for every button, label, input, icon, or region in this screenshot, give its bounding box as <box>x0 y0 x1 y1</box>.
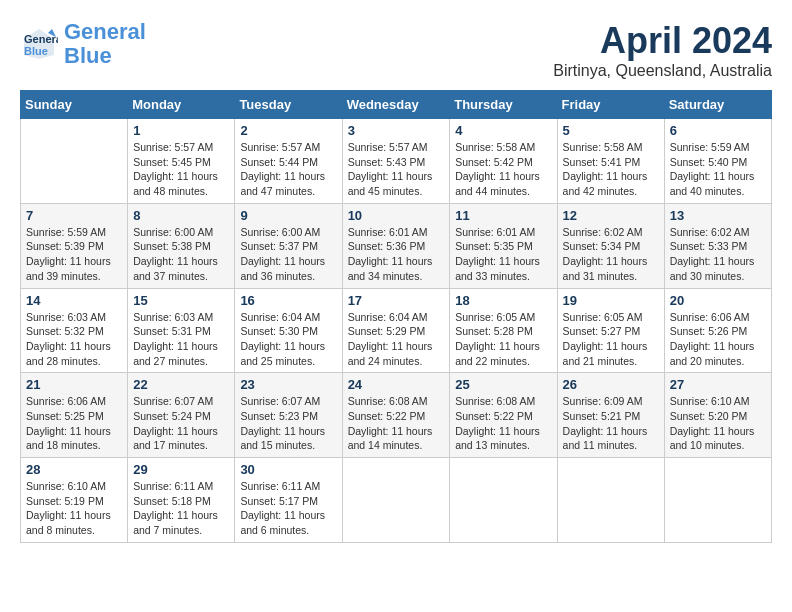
calendar-cell: 17Sunrise: 6:04 AM Sunset: 5:29 PM Dayli… <box>342 288 450 373</box>
logo-blue: Blue <box>64 43 112 68</box>
calendar-cell: 30Sunrise: 6:11 AM Sunset: 5:17 PM Dayli… <box>235 458 342 543</box>
day-number: 26 <box>563 377 659 392</box>
day-number: 17 <box>348 293 445 308</box>
logo-general: General <box>64 19 146 44</box>
calendar-cell: 20Sunrise: 6:06 AM Sunset: 5:26 PM Dayli… <box>664 288 771 373</box>
calendar-cell <box>664 458 771 543</box>
day-number: 13 <box>670 208 766 223</box>
calendar-cell: 4Sunrise: 5:58 AM Sunset: 5:42 PM Daylig… <box>450 119 557 204</box>
calendar-cell: 27Sunrise: 6:10 AM Sunset: 5:20 PM Dayli… <box>664 373 771 458</box>
day-details: Sunrise: 6:08 AM Sunset: 5:22 PM Dayligh… <box>348 394 445 453</box>
calendar-cell: 1Sunrise: 5:57 AM Sunset: 5:45 PM Daylig… <box>128 119 235 204</box>
day-number: 12 <box>563 208 659 223</box>
week-row-4: 21Sunrise: 6:06 AM Sunset: 5:25 PM Dayli… <box>21 373 772 458</box>
calendar-cell: 6Sunrise: 5:59 AM Sunset: 5:40 PM Daylig… <box>664 119 771 204</box>
weekday-header-wednesday: Wednesday <box>342 91 450 119</box>
day-number: 23 <box>240 377 336 392</box>
month-title: April 2024 <box>553 20 772 62</box>
calendar-cell <box>342 458 450 543</box>
day-details: Sunrise: 6:02 AM Sunset: 5:34 PM Dayligh… <box>563 225 659 284</box>
calendar-cell: 2Sunrise: 5:57 AM Sunset: 5:44 PM Daylig… <box>235 119 342 204</box>
day-number: 28 <box>26 462 122 477</box>
day-number: 15 <box>133 293 229 308</box>
day-details: Sunrise: 6:08 AM Sunset: 5:22 PM Dayligh… <box>455 394 551 453</box>
calendar-cell: 16Sunrise: 6:04 AM Sunset: 5:30 PM Dayli… <box>235 288 342 373</box>
day-details: Sunrise: 6:07 AM Sunset: 5:23 PM Dayligh… <box>240 394 336 453</box>
day-number: 2 <box>240 123 336 138</box>
day-details: Sunrise: 6:01 AM Sunset: 5:36 PM Dayligh… <box>348 225 445 284</box>
day-details: Sunrise: 6:03 AM Sunset: 5:31 PM Dayligh… <box>133 310 229 369</box>
day-details: Sunrise: 6:06 AM Sunset: 5:26 PM Dayligh… <box>670 310 766 369</box>
day-details: Sunrise: 6:05 AM Sunset: 5:28 PM Dayligh… <box>455 310 551 369</box>
day-details: Sunrise: 5:58 AM Sunset: 5:42 PM Dayligh… <box>455 140 551 199</box>
calendar-cell: 25Sunrise: 6:08 AM Sunset: 5:22 PM Dayli… <box>450 373 557 458</box>
calendar-cell: 9Sunrise: 6:00 AM Sunset: 5:37 PM Daylig… <box>235 203 342 288</box>
logo-icon: General Blue <box>20 25 58 63</box>
day-details: Sunrise: 6:04 AM Sunset: 5:29 PM Dayligh… <box>348 310 445 369</box>
week-row-3: 14Sunrise: 6:03 AM Sunset: 5:32 PM Dayli… <box>21 288 772 373</box>
day-details: Sunrise: 6:00 AM Sunset: 5:37 PM Dayligh… <box>240 225 336 284</box>
week-row-1: 1Sunrise: 5:57 AM Sunset: 5:45 PM Daylig… <box>21 119 772 204</box>
day-number: 29 <box>133 462 229 477</box>
day-number: 24 <box>348 377 445 392</box>
weekday-header-thursday: Thursday <box>450 91 557 119</box>
calendar-cell: 22Sunrise: 6:07 AM Sunset: 5:24 PM Dayli… <box>128 373 235 458</box>
day-details: Sunrise: 6:09 AM Sunset: 5:21 PM Dayligh… <box>563 394 659 453</box>
calendar-cell: 3Sunrise: 5:57 AM Sunset: 5:43 PM Daylig… <box>342 119 450 204</box>
day-details: Sunrise: 5:57 AM Sunset: 5:44 PM Dayligh… <box>240 140 336 199</box>
day-number: 21 <box>26 377 122 392</box>
day-number: 30 <box>240 462 336 477</box>
day-details: Sunrise: 5:59 AM Sunset: 5:39 PM Dayligh… <box>26 225 122 284</box>
logo-text: General Blue <box>64 20 146 68</box>
day-number: 4 <box>455 123 551 138</box>
calendar-cell <box>557 458 664 543</box>
day-number: 16 <box>240 293 336 308</box>
title-area: April 2024 Birtinya, Queensland, Austral… <box>553 20 772 80</box>
logo: General Blue General Blue <box>20 20 146 68</box>
header: General Blue General Blue April 2024 Bir… <box>20 20 772 80</box>
day-number: 25 <box>455 377 551 392</box>
weekday-header-sunday: Sunday <box>21 91 128 119</box>
calendar-cell: 11Sunrise: 6:01 AM Sunset: 5:35 PM Dayli… <box>450 203 557 288</box>
weekday-header-tuesday: Tuesday <box>235 91 342 119</box>
day-details: Sunrise: 6:11 AM Sunset: 5:17 PM Dayligh… <box>240 479 336 538</box>
day-number: 20 <box>670 293 766 308</box>
week-row-5: 28Sunrise: 6:10 AM Sunset: 5:19 PM Dayli… <box>21 458 772 543</box>
day-number: 6 <box>670 123 766 138</box>
day-number: 1 <box>133 123 229 138</box>
calendar-cell: 7Sunrise: 5:59 AM Sunset: 5:39 PM Daylig… <box>21 203 128 288</box>
calendar-cell: 8Sunrise: 6:00 AM Sunset: 5:38 PM Daylig… <box>128 203 235 288</box>
calendar-cell: 24Sunrise: 6:08 AM Sunset: 5:22 PM Dayli… <box>342 373 450 458</box>
weekday-header-friday: Friday <box>557 91 664 119</box>
day-details: Sunrise: 6:03 AM Sunset: 5:32 PM Dayligh… <box>26 310 122 369</box>
calendar-cell: 23Sunrise: 6:07 AM Sunset: 5:23 PM Dayli… <box>235 373 342 458</box>
day-details: Sunrise: 6:04 AM Sunset: 5:30 PM Dayligh… <box>240 310 336 369</box>
calendar-cell: 13Sunrise: 6:02 AM Sunset: 5:33 PM Dayli… <box>664 203 771 288</box>
svg-text:Blue: Blue <box>24 45 48 57</box>
calendar-cell <box>21 119 128 204</box>
day-details: Sunrise: 5:57 AM Sunset: 5:45 PM Dayligh… <box>133 140 229 199</box>
day-details: Sunrise: 5:58 AM Sunset: 5:41 PM Dayligh… <box>563 140 659 199</box>
calendar-cell: 12Sunrise: 6:02 AM Sunset: 5:34 PM Dayli… <box>557 203 664 288</box>
calendar-cell: 18Sunrise: 6:05 AM Sunset: 5:28 PM Dayli… <box>450 288 557 373</box>
day-number: 11 <box>455 208 551 223</box>
day-details: Sunrise: 6:11 AM Sunset: 5:18 PM Dayligh… <box>133 479 229 538</box>
day-details: Sunrise: 6:01 AM Sunset: 5:35 PM Dayligh… <box>455 225 551 284</box>
day-details: Sunrise: 6:05 AM Sunset: 5:27 PM Dayligh… <box>563 310 659 369</box>
day-details: Sunrise: 5:57 AM Sunset: 5:43 PM Dayligh… <box>348 140 445 199</box>
calendar-cell: 26Sunrise: 6:09 AM Sunset: 5:21 PM Dayli… <box>557 373 664 458</box>
day-number: 8 <box>133 208 229 223</box>
day-details: Sunrise: 6:10 AM Sunset: 5:19 PM Dayligh… <box>26 479 122 538</box>
calendar-cell: 29Sunrise: 6:11 AM Sunset: 5:18 PM Dayli… <box>128 458 235 543</box>
day-details: Sunrise: 6:06 AM Sunset: 5:25 PM Dayligh… <box>26 394 122 453</box>
calendar-cell: 28Sunrise: 6:10 AM Sunset: 5:19 PM Dayli… <box>21 458 128 543</box>
calendar-cell: 5Sunrise: 5:58 AM Sunset: 5:41 PM Daylig… <box>557 119 664 204</box>
day-number: 18 <box>455 293 551 308</box>
calendar-cell <box>450 458 557 543</box>
day-details: Sunrise: 6:10 AM Sunset: 5:20 PM Dayligh… <box>670 394 766 453</box>
day-details: Sunrise: 6:02 AM Sunset: 5:33 PM Dayligh… <box>670 225 766 284</box>
location-title: Birtinya, Queensland, Australia <box>553 62 772 80</box>
calendar-table: SundayMondayTuesdayWednesdayThursdayFrid… <box>20 90 772 543</box>
day-number: 9 <box>240 208 336 223</box>
calendar-cell: 14Sunrise: 6:03 AM Sunset: 5:32 PM Dayli… <box>21 288 128 373</box>
